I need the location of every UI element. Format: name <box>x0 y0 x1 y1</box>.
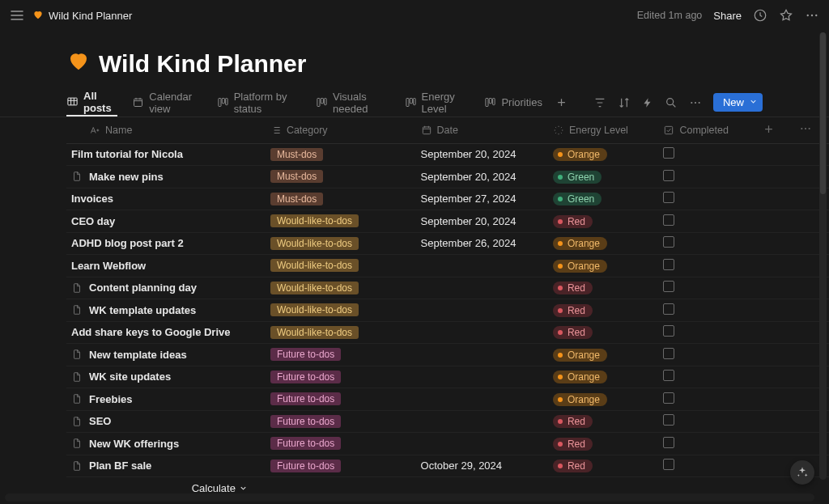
add-column[interactable] <box>756 117 793 143</box>
category-tag[interactable]: Future to-dos <box>270 371 341 383</box>
energy-pill[interactable]: Red <box>553 438 593 451</box>
completed-checkbox[interactable] <box>663 303 674 315</box>
category-tag[interactable]: Future to-dos <box>270 348 341 361</box>
date-cell[interactable]: September 27, 2024 <box>414 188 546 210</box>
col-category[interactable]: Category <box>264 117 414 143</box>
completed-checkbox[interactable] <box>663 370 674 381</box>
completed-checkbox[interactable] <box>663 348 674 359</box>
category-tag[interactable]: Would-like-to-dos <box>270 259 359 272</box>
table-row[interactable]: New template ideasFuture to-dosOrange <box>66 344 829 366</box>
energy-pill[interactable]: Red <box>553 326 593 339</box>
table-row[interactable]: New WK offeringsFuture to-dosRed <box>66 433 829 455</box>
category-tag[interactable]: Would-like-to-dos <box>270 282 359 294</box>
add-view-icon[interactable] <box>555 96 568 108</box>
ai-fab-button[interactable] <box>790 460 814 485</box>
calculate-button[interactable]: Calculate <box>73 482 257 494</box>
date-cell[interactable] <box>414 388 546 411</box>
table-row[interactable]: Learn WebflowWould-like-to-dosOrange <box>66 255 829 277</box>
category-tag[interactable]: Future to-dos <box>270 415 341 428</box>
table-row[interactable]: Plan BF saleFuture to-dosOctober 29, 202… <box>66 455 829 477</box>
category-tag[interactable]: Must-dos <box>270 170 323 183</box>
table-row[interactable]: CEO dayWould-like-to-dosSeptember 20, 20… <box>66 210 829 233</box>
category-tag[interactable]: Future to-dos <box>270 392 341 405</box>
table-row[interactable]: FreebiesFuture to-dosOrange <box>66 388 829 411</box>
category-tag[interactable]: Future to-dos <box>270 460 341 472</box>
col-completed[interactable]: Completed <box>657 117 756 143</box>
sort-icon[interactable] <box>618 96 631 109</box>
energy-pill[interactable]: Orange <box>553 371 607 383</box>
category-tag[interactable]: Must-dos <box>270 193 323 205</box>
view-tab-platform-by-status[interactable]: Platform by status <box>217 88 301 116</box>
completed-checkbox[interactable] <box>663 325 674 337</box>
star-icon[interactable] <box>779 8 793 23</box>
energy-pill[interactable]: Green <box>553 171 602 184</box>
completed-checkbox[interactable] <box>663 236 674 248</box>
more-icon[interactable] <box>805 8 819 23</box>
breadcrumb[interactable]: Wild Kind Planner <box>32 9 132 23</box>
date-cell[interactable]: September 20, 2024 <box>414 143 546 166</box>
date-cell[interactable]: September 20, 2024 <box>414 166 546 188</box>
completed-checkbox[interactable] <box>663 414 674 426</box>
date-cell[interactable] <box>414 433 546 455</box>
col-date[interactable]: Date <box>414 117 546 143</box>
energy-pill[interactable]: Orange <box>553 260 607 273</box>
energy-pill[interactable]: Red <box>553 415 593 428</box>
view-more-icon[interactable] <box>689 96 702 109</box>
category-tag[interactable]: Would-like-to-dos <box>270 214 359 227</box>
energy-pill[interactable]: Orange <box>553 393 607 406</box>
energy-pill[interactable]: Red <box>553 304 593 317</box>
energy-pill[interactable]: Orange <box>553 148 607 161</box>
completed-checkbox[interactable] <box>663 459 674 470</box>
new-button[interactable]: New <box>713 93 763 112</box>
filter-icon[interactable] <box>593 96 606 109</box>
table-row[interactable]: WK template updatesWould-like-to-dosRed <box>66 299 829 322</box>
share-button[interactable]: Share <box>713 10 742 22</box>
completed-checkbox[interactable] <box>663 392 674 404</box>
completed-checkbox[interactable] <box>663 192 674 203</box>
horizontal-scrollbar[interactable] <box>5 493 814 502</box>
view-tab-visuals-needed[interactable]: Visuals needed <box>316 88 390 116</box>
view-tab-energy-level[interactable]: Energy Level <box>405 88 470 116</box>
category-tag[interactable]: Would-like-to-dos <box>270 326 359 339</box>
date-cell[interactable] <box>414 366 546 388</box>
date-cell[interactable]: October 29, 2024 <box>414 455 546 477</box>
table-row[interactable]: SEOFuture to-dosRed <box>66 410 829 433</box>
completed-checkbox[interactable] <box>663 214 674 226</box>
table-row[interactable]: Make new pinsMust-dosSeptember 20, 2024G… <box>66 166 829 188</box>
completed-checkbox[interactable] <box>663 147 674 159</box>
date-cell[interactable] <box>414 344 546 366</box>
view-tab-all-posts[interactable]: All posts <box>66 88 117 116</box>
date-cell[interactable] <box>414 277 546 299</box>
table-row[interactable]: Content planning dayWould-like-to-dosRed <box>66 277 829 299</box>
col-energy[interactable]: Energy Level <box>546 117 657 143</box>
date-cell[interactable]: September 26, 2024 <box>414 232 546 255</box>
col-name[interactable]: Name <box>66 117 264 143</box>
view-tab-priorities[interactable]: Priorities <box>484 88 542 116</box>
table-row[interactable]: Film tutorial for NicolaMust-dosSeptembe… <box>66 143 829 166</box>
energy-pill[interactable]: Orange <box>553 349 607 362</box>
energy-pill[interactable]: Red <box>553 460 593 472</box>
energy-pill[interactable]: Red <box>553 282 593 294</box>
table-row[interactable]: ADHD blog post part 2Would-like-to-dosSe… <box>66 232 829 255</box>
completed-checkbox[interactable] <box>663 259 674 270</box>
table-row[interactable]: InvoicesMust-dosSeptember 27, 2024Green <box>66 188 829 210</box>
date-cell[interactable] <box>414 255 546 277</box>
menu-toggle[interactable] <box>10 8 24 23</box>
energy-pill[interactable]: Red <box>553 215 593 228</box>
automation-icon[interactable] <box>642 96 653 109</box>
date-cell[interactable] <box>414 299 546 322</box>
category-tag[interactable]: Must-dos <box>270 148 323 161</box>
view-tab-calendar-view[interactable]: Calendar view <box>132 88 202 116</box>
completed-checkbox[interactable] <box>663 170 674 181</box>
search-icon[interactable] <box>665 96 678 109</box>
completed-checkbox[interactable] <box>663 281 674 292</box>
category-tag[interactable]: Future to-dos <box>270 437 341 450</box>
date-cell[interactable] <box>414 410 546 433</box>
clock-icon[interactable] <box>753 8 767 23</box>
energy-pill[interactable]: Orange <box>553 237 607 250</box>
category-tag[interactable]: Would-like-to-dos <box>270 303 359 316</box>
energy-pill[interactable]: Green <box>553 193 602 205</box>
completed-checkbox[interactable] <box>663 437 674 448</box>
date-cell[interactable]: September 20, 2024 <box>414 210 546 233</box>
table-row[interactable]: WK site updatesFuture to-dosOrange <box>66 366 829 388</box>
